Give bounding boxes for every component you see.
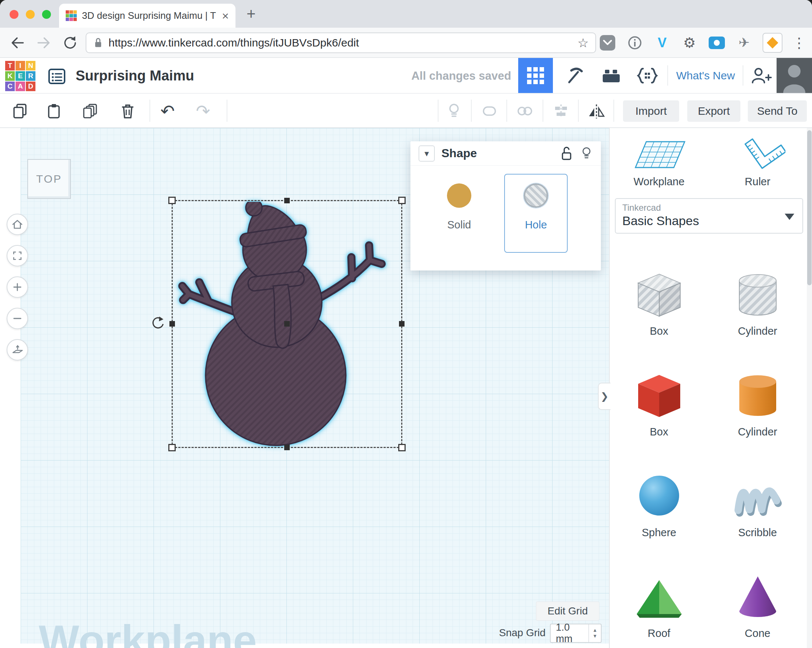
v-extension-icon[interactable]: V [653, 34, 671, 52]
header-divider [743, 65, 743, 85]
pocket-extension-icon[interactable] [599, 34, 617, 52]
design-properties-button[interactable] [47, 67, 66, 86]
view-cube[interactable]: TOP [27, 159, 71, 199]
paste-button[interactable] [43, 102, 65, 120]
align-button[interactable] [550, 102, 572, 120]
camera-extension-icon[interactable] [708, 34, 726, 52]
tab-close-icon[interactable]: × [222, 10, 229, 22]
profile-extension-icon[interactable] [763, 33, 783, 53]
workplane-tool[interactable]: Workplane [610, 128, 708, 197]
selection-box[interactable] [172, 200, 402, 448]
new-tab-button[interactable]: + [247, 5, 256, 23]
send-to-button[interactable]: Send To [748, 101, 807, 122]
copy-button[interactable] [9, 102, 31, 120]
import-button[interactable]: Import [623, 101, 679, 122]
delete-button[interactable] [117, 102, 139, 120]
zoom-in-button[interactable] [7, 276, 28, 298]
solid-option[interactable]: Solid [427, 174, 491, 253]
selection-handle-sw[interactable] [168, 444, 176, 451]
window-zoom-button[interactable] [42, 10, 51, 19]
scrollbar-thumb[interactable] [807, 130, 812, 285]
export-button[interactable]: Export [687, 101, 740, 122]
selection-handle-n[interactable] [284, 198, 290, 203]
plane-extension-icon[interactable]: ✈ [735, 34, 753, 52]
undo-button[interactable]: ↶ [157, 102, 179, 120]
browser-tab[interactable]: 3D design Surprising Maimu | T × [59, 4, 235, 28]
group-button[interactable] [478, 102, 501, 120]
shape-inspector: ▾ Shape Solid Hole [411, 141, 601, 270]
tinkercad-logo[interactable]: TIN KER CAD [5, 61, 35, 91]
minecraft-export-button[interactable] [558, 58, 591, 93]
mirror-button[interactable] [585, 102, 607, 120]
logo-tile: E [15, 71, 25, 81]
shape-tile-hole-box[interactable]: Box [610, 268, 708, 337]
selection-handle-nw[interactable] [168, 197, 176, 204]
toolbar-divider [227, 100, 227, 122]
url-bar[interactable]: https://www.tinkercad.com/things/itJUBVs… [85, 32, 596, 53]
logo-tile: A [15, 82, 25, 91]
invite-button[interactable] [746, 58, 776, 93]
duplicate-button[interactable] [79, 102, 101, 120]
snap-grid-stepper[interactable]: ▲ ▼ [588, 624, 601, 642]
window-close-button[interactable] [9, 10, 18, 19]
collapse-sidebar-button[interactable]: ❯ [598, 383, 611, 410]
workplane-tool-icon [11, 343, 24, 357]
selection-handle-e[interactable] [399, 321, 404, 326]
lock-open-icon[interactable] [560, 146, 574, 161]
info-extension-icon[interactable] [626, 34, 644, 52]
shape-tile-scribble[interactable]: Scribble [708, 469, 807, 539]
shape-label: Box [650, 426, 669, 438]
shape-tile-hole-cylinder[interactable]: Cylinder [708, 268, 807, 337]
visibility-bulb-icon[interactable] [580, 146, 593, 161]
brick-export-button[interactable] [595, 58, 627, 93]
fit-view-button[interactable] [7, 245, 28, 267]
selection-handle-ne[interactable] [398, 197, 406, 204]
whats-new-link[interactable]: What's New [676, 58, 735, 93]
hole-box-icon [632, 268, 687, 323]
sidebar-scrollbar[interactable] [807, 128, 812, 648]
stepper-up-icon[interactable]: ▲ [593, 627, 598, 633]
ungroup-button[interactable] [514, 102, 536, 120]
shape-tile-orange-cylinder[interactable]: Cylinder [708, 368, 807, 438]
browser-navbar: https://www.tinkercad.com/things/itJUBVs… [0, 28, 812, 58]
collapse-panel-button[interactable]: ▾ [418, 145, 435, 162]
design-title[interactable]: Surprising Maimu [76, 58, 194, 94]
solid-swatch-icon[interactable] [447, 183, 471, 208]
selection-handle-w[interactable] [169, 321, 175, 326]
user-avatar[interactable] [777, 58, 812, 93]
browser-menu-icon[interactable]: ⋮ [792, 35, 806, 51]
show-all-button[interactable] [443, 102, 465, 120]
hole-option[interactable]: Hole [504, 174, 568, 253]
shape-tile-sphere[interactable]: Sphere [610, 469, 708, 539]
gear-extension-icon[interactable]: ⚙ [681, 34, 698, 52]
reload-button[interactable] [61, 34, 79, 52]
shape-category-dropdown[interactable]: Tinkercad Basic Shapes [615, 198, 803, 233]
forward-button[interactable] [35, 34, 52, 52]
blocks-view-button[interactable] [518, 58, 553, 93]
home-icon [11, 218, 24, 231]
rotate-handle[interactable] [150, 316, 166, 332]
workplane-watermark: Workplane [39, 616, 257, 648]
url-text[interactable]: https://www.tinkercad.com/things/itJUBVs… [108, 37, 572, 49]
workplane-view-button[interactable] [7, 339, 28, 361]
bookmark-star-icon[interactable]: ☆ [578, 35, 589, 50]
stepper-down-icon[interactable]: ▼ [593, 633, 598, 639]
codeblocks-button[interactable] [631, 58, 664, 93]
edit-grid-button[interactable]: Edit Grid [536, 602, 600, 621]
zoom-out-button[interactable] [7, 308, 28, 329]
window-minimize-button[interactable] [26, 10, 35, 19]
shape-tile-red-box[interactable]: Box [610, 368, 708, 438]
snap-grid-select[interactable]: 1.0 mm ▲ ▼ [550, 624, 601, 643]
tinkercad-header: TIN KER CAD Surprising Maimu All changes… [0, 58, 812, 94]
redo-button[interactable]: ↷ [192, 102, 214, 120]
shape-tile-cone[interactable]: Cone [708, 570, 807, 639]
home-view-button[interactable] [7, 213, 28, 235]
design-canvas[interactable]: TOP [0, 128, 609, 648]
selection-handle-center[interactable] [284, 321, 290, 326]
selection-handle-s[interactable] [284, 445, 290, 450]
shape-tile-roof[interactable]: Roof [610, 570, 708, 639]
back-button[interactable] [9, 34, 27, 52]
selection-handle-se[interactable] [398, 444, 406, 451]
ruler-tool[interactable]: Ruler [708, 128, 807, 197]
hole-swatch-icon[interactable] [524, 183, 548, 208]
